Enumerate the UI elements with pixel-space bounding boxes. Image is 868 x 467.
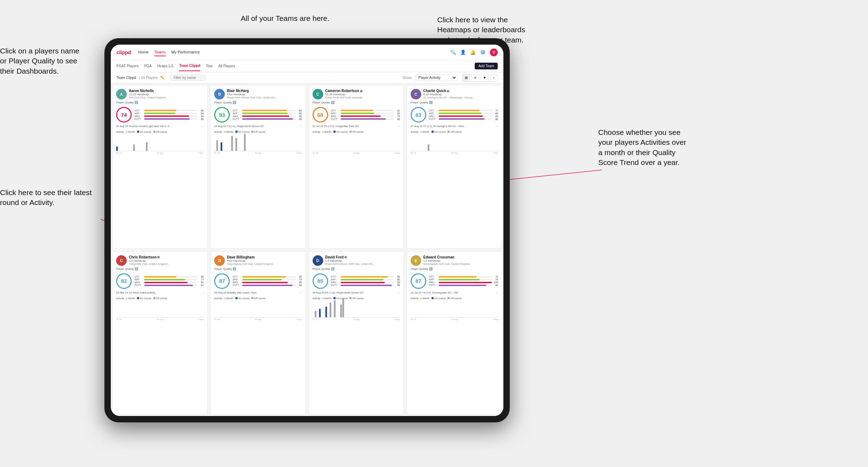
activity-header: Activity · 1 Month On course Off course	[214, 297, 302, 300]
player-name[interactable]: Cameron Robertson	[325, 89, 400, 93]
player-grid: A Aaron Nicholls 11-15 Handicap Drift Go…	[111, 84, 503, 416]
last-round[interactable]: 02 Jul 23 59 (+17), Craigmillar Park GC …	[313, 125, 400, 128]
player-location: St. George's Hill GC - Weybridge - Surre…	[423, 96, 498, 99]
player-handicap: 1-5 Handicap	[325, 259, 400, 262]
player-card[interactable]: C Charlie Quick 6-10 Handicap St. George…	[407, 85, 502, 249]
last-round[interactable]: 03 Mar 23 19, Must make putting →	[116, 291, 204, 294]
activity-header: Activity · 1 Month On course Off course	[411, 131, 498, 133]
player-card[interactable]: C Cameron Robertson 11-15 Handicap Royal…	[309, 85, 404, 249]
player-location: Royal North Devon Golf Club, United Kil.…	[325, 262, 400, 266]
subnav-pgat[interactable]: PGAT Players	[116, 61, 138, 71]
player-handicap: 11-15 Handicap	[325, 93, 400, 96]
activity-chart	[313, 134, 400, 151]
settings-icon[interactable]: ⚙️	[480, 50, 486, 55]
quality-score[interactable]: 87	[411, 273, 426, 289]
quality-score[interactable]: 68	[313, 107, 328, 123]
team-title: Team Clippd	[116, 76, 136, 80]
player-name[interactable]: Chris Robertson	[129, 255, 204, 259]
quality-label: Player Quality ℹ️	[313, 101, 400, 104]
quality-score[interactable]: 93	[214, 107, 230, 123]
activity-label: Activity · 1 Month	[214, 131, 233, 133]
last-round[interactable]: 26 Aug 23 73 (+1), Royal North Devon GC …	[214, 125, 302, 128]
activity-header: Activity · 1 Month On course Off course	[411, 297, 498, 300]
quality-score[interactable]: 83	[411, 107, 426, 123]
grid-view-button[interactable]: ⊞	[462, 74, 470, 82]
subnav-tour[interactable]: Tour	[206, 61, 212, 71]
last-round[interactable]: 26 Aug 23 84 (+12), Royal North Devon GC…	[313, 291, 400, 294]
player-avatar: B	[214, 89, 225, 99]
player-name[interactable]: Charlie Quick	[423, 89, 498, 93]
last-round[interactable]: 02 Sep 23 Sunrise round to get back into…	[116, 125, 204, 128]
subnav-pga[interactable]: PGA	[144, 61, 152, 71]
player-card[interactable]: D Dave Billingham Plus Handicap Sog Magi…	[210, 251, 305, 415]
quality-section: 82 OTT60 APP77 ARG81 PUTT91	[116, 273, 204, 289]
quality-stats: OTT82 APP74 ARG85 PUTT94	[233, 275, 302, 286]
show-select[interactable]: Player Activity Quality Score Trend	[415, 74, 457, 81]
player-name[interactable]: David Ford	[325, 255, 400, 259]
player-name[interactable]: Blair McHarg	[227, 89, 302, 93]
subnav-hcaps[interactable]: Hcaps 1-5	[158, 61, 174, 71]
player-card[interactable]: E Edward Crossman 1-5 Handicap Sunningda…	[407, 251, 502, 415]
player-card[interactable]: A Aaron Nicholls 11-15 Handicap Drift Go…	[112, 85, 207, 249]
list-view-button[interactable]: ≡	[472, 74, 479, 82]
activity-header: Activity · 1 Month On course Off course	[116, 297, 204, 300]
player-name[interactable]: Edward Crossman	[423, 255, 498, 259]
last-round[interactable]: 18 Jul 23 74 (+4), Sunningdale GC - Old …	[411, 291, 498, 294]
player-location: Royal North Devon Golf Club, United Kin.…	[227, 96, 302, 99]
activity-label: Activity · 1 Month	[116, 131, 135, 133]
edit-team-icon[interactable]: ✏️	[160, 76, 165, 80]
player-info: Cameron Robertson 11-15 Handicap Royal P…	[325, 89, 400, 99]
subnav-team-clippd[interactable]: Team Clippd	[179, 61, 200, 71]
nav-my-performance[interactable]: My Performance	[171, 49, 200, 56]
activity-header: Activity · 1 Month On course Off course	[214, 131, 302, 133]
teams-annotation: All of your Teams are here.	[241, 13, 330, 23]
quality-section: 87 OTT73 APP79 ARG103 PUTT92	[411, 273, 498, 289]
player-header: C Chris Robertson 1-5 Handicap Craigmill…	[116, 255, 204, 266]
bell-icon[interactable]: 🔔	[470, 50, 476, 55]
quality-score[interactable]: 85	[313, 273, 328, 289]
quality-stats: OTT89 APP80 ARG83 PUTT96	[331, 275, 400, 286]
player-name-annotation: Click on a players nameor Player Quality…	[0, 46, 79, 76]
round-annotation: Click here to see their latestround or A…	[0, 188, 92, 208]
nav-links: Home Teams My Performance	[138, 49, 450, 56]
player-card[interactable]: B Blair McHarg Plus Handicap Royal North…	[210, 85, 305, 249]
player-name[interactable]: Dave Billingham	[227, 255, 302, 259]
search-input[interactable]	[170, 75, 206, 81]
player-avatar: A	[116, 89, 127, 99]
player-avatar: C	[116, 255, 127, 266]
chart-labels: 31 Jul21 Aug4 Sep	[214, 152, 302, 154]
player-card[interactable]: D David Ford 1-5 Handicap Royal North De…	[309, 251, 404, 415]
player-header: A Aaron Nicholls 11-15 Handicap Drift Go…	[116, 89, 204, 99]
quality-score[interactable]: 87	[214, 273, 230, 289]
avatar[interactable]: U	[490, 49, 498, 56]
app-logo[interactable]: clippd	[116, 50, 131, 55]
quality-label: Player Quality ℹ️	[313, 267, 400, 270]
activities-annotation: Choose whether you seeyour players Activ…	[598, 127, 686, 167]
add-team-button[interactable]: Add Team	[475, 63, 498, 69]
user-icon[interactable]: 👤	[460, 50, 466, 55]
last-round[interactable]: 07 Aug 23 77 (+7), St George's Hill GC -…	[411, 125, 498, 128]
quality-score[interactable]: 74	[116, 107, 132, 123]
player-handicap: 1-5 Handicap	[423, 259, 498, 262]
filter-icon-button[interactable]: ▼	[481, 74, 489, 82]
last-round[interactable]: 04 Sep 23 Mobility with coach, Gym →	[214, 291, 302, 294]
search-icon[interactable]: 🔍	[450, 50, 456, 55]
activity-legend: On course Off course	[432, 131, 462, 133]
player-header: D David Ford 1-5 Handicap Royal North De…	[313, 255, 400, 266]
quality-label: Player Quality ℹ️	[411, 267, 498, 270]
chart-labels: 31 Jul21 Aug4 Sep	[116, 152, 204, 154]
chart-labels: 31 Jul21 Aug4 Sep	[411, 318, 498, 320]
activity-label: Activity · 1 Month	[214, 297, 233, 300]
nav-teams[interactable]: Teams	[154, 49, 166, 56]
subnav-all-players[interactable]: All Players	[218, 61, 235, 71]
player-card[interactable]: C Chris Robertson 1-5 Handicap Craigmill…	[112, 251, 207, 415]
quality-score[interactable]: 82	[116, 273, 132, 289]
nav-home[interactable]: Home	[138, 49, 148, 56]
activity-header: Activity · 1 Month On course Off course	[313, 297, 400, 300]
player-info: Edward Crossman 1-5 Handicap Sunningdale…	[423, 255, 498, 266]
quality-stats: OTT77 APP80 ARG83 PUTT86	[429, 109, 498, 120]
sort-icon-button[interactable]: ↕	[490, 74, 498, 82]
player-name[interactable]: Aaron Nicholls	[129, 89, 204, 93]
quality-label: Player Quality ℹ️	[411, 101, 498, 104]
quality-section: 83 OTT77 APP80 ARG83 PUTT86	[411, 107, 498, 123]
